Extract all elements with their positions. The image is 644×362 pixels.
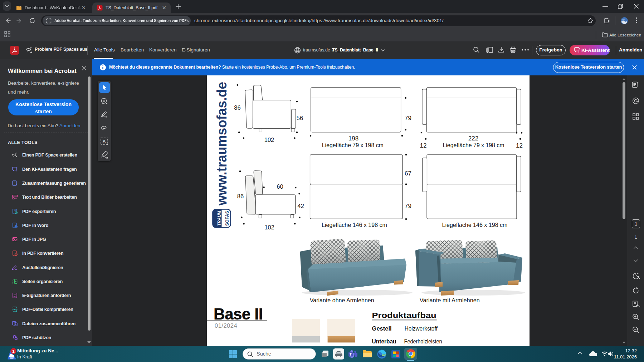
svg-text:Liegefläche 146 x 198 cm: Liegefläche 146 x 198 cm [442, 222, 508, 228]
svg-text:Federholzleisten: Federholzleisten [404, 338, 442, 345]
svg-text:Unterbau: Unterbau [372, 338, 396, 345]
svg-text:56: 56 [297, 115, 303, 121]
svg-text:A: A [102, 139, 106, 144]
svg-text:01/2024: 01/2024 [215, 322, 237, 329]
svg-text:12: 12 [516, 142, 523, 149]
svg-text:198: 198 [348, 135, 358, 142]
svg-text:1: 1 [12, 349, 15, 353]
svg-text:222: 222 [468, 135, 478, 142]
svg-text:102: 102 [264, 224, 274, 230]
svg-text:86: 86 [237, 193, 244, 199]
svg-text:102: 102 [264, 137, 274, 143]
svg-text:Liegefläche 79 x 198 cm: Liegefläche 79 x 198 cm [443, 142, 504, 148]
svg-text:Variante mit Armlehnen: Variante mit Armlehnen [420, 297, 480, 303]
svg-text:12: 12 [420, 142, 427, 149]
svg-text:Variante ohne Armlehnen: Variante ohne Armlehnen [310, 297, 374, 303]
svg-text:Liegefläche 79 x 198 cm: Liegefläche 79 x 198 cm [322, 142, 384, 148]
svg-text:79: 79 [405, 203, 411, 209]
svg-text:86: 86 [234, 104, 240, 111]
svg-text:Liegefläche 146 x 198 cm: Liegefläche 146 x 198 cm [322, 222, 387, 228]
svg-text:67: 67 [405, 170, 411, 177]
svg-text:Gestell: Gestell [372, 325, 392, 332]
svg-text:TRAUM: TRAUM [216, 210, 222, 226]
svg-text:Produktaufbau: Produktaufbau [372, 311, 436, 320]
svg-text:SOFAS: SOFAS [224, 211, 230, 226]
svg-text:www.traumsofas.de: www.traumsofas.de [214, 82, 229, 206]
svg-text:60: 60 [277, 183, 283, 190]
svg-text:79: 79 [405, 115, 411, 122]
svg-text:42: 42 [298, 203, 304, 209]
svg-text:Holzwerkstoff: Holzwerkstoff [405, 325, 438, 332]
